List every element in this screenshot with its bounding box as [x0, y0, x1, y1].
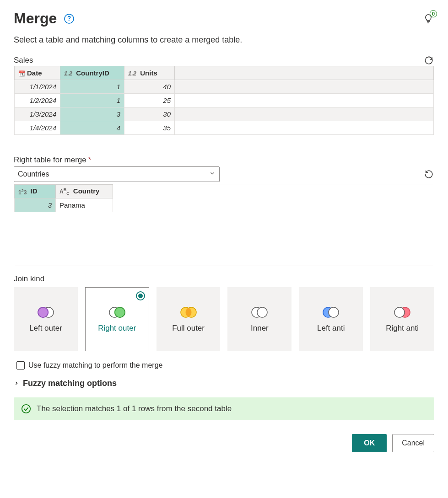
- table-row[interactable]: 1/1/2024140: [15, 80, 434, 94]
- cell-units: 30: [124, 107, 175, 121]
- text-type-icon: ABC: [59, 187, 70, 196]
- right-table-select[interactable]: Countries: [14, 166, 220, 182]
- cell-date: 1/2/2024: [15, 94, 60, 107]
- cell-countryid: 3: [60, 107, 124, 121]
- venn-right-outer-icon: [107, 305, 127, 319]
- fuzzy-checkbox-label: Use fuzzy matching to perform the merge: [28, 361, 162, 369]
- venn-full-outer-icon: [178, 305, 199, 319]
- cell-countryid: 4: [60, 121, 124, 135]
- match-status-bar: The selection matches 1 of 1 rows from t…: [14, 397, 434, 420]
- join-right-anti-label: Right anti: [386, 324, 419, 333]
- join-right-outer-label: Right outer: [98, 324, 136, 333]
- fuzzy-options-label: Fuzzy matching options: [23, 379, 117, 388]
- required-asterisk: *: [88, 155, 92, 165]
- table-row[interactable]: 1/2/2024125: [15, 94, 434, 107]
- join-left-outer[interactable]: Left outer: [14, 287, 78, 351]
- cell-empty: [175, 121, 434, 135]
- calendar-icon: 📆: [18, 70, 25, 77]
- cell-countryid: 1: [60, 80, 124, 94]
- join-right-outer[interactable]: Right outer: [85, 287, 149, 351]
- cell-empty: [175, 80, 434, 94]
- right-table-label: Right table for merge: [14, 155, 86, 165]
- right-col-id[interactable]: 123 ID: [15, 185, 56, 198]
- right-col-country[interactable]: ABC Country: [56, 185, 113, 198]
- fuzzy-checkbox[interactable]: [16, 361, 25, 369]
- decimal-icon: 1.2: [128, 70, 136, 77]
- venn-right-anti-icon: [392, 305, 412, 319]
- sales-col-countryid[interactable]: 1.2 CountryID: [60, 66, 124, 80]
- join-left-anti-label: Left anti: [317, 324, 345, 333]
- svg-point-16: [22, 405, 30, 413]
- table-row[interactable]: 1/3/2024330: [15, 107, 434, 121]
- join-right-anti[interactable]: Right anti: [370, 287, 434, 351]
- cancel-button[interactable]: Cancel: [392, 434, 434, 452]
- dialog-subtitle: Select a table and matching columns to c…: [14, 35, 434, 45]
- svg-point-13: [329, 307, 339, 317]
- cell-date: 1/3/2024: [15, 107, 60, 121]
- cell-date: 1/4/2024: [15, 121, 60, 135]
- venn-inner-icon: [249, 305, 270, 319]
- join-inner[interactable]: Inner: [227, 287, 291, 351]
- chevron-down-icon: [209, 170, 216, 178]
- radio-selected-icon: [136, 291, 145, 300]
- sales-col-units[interactable]: 1.2 Units: [124, 66, 175, 80]
- cell-id: 3: [15, 198, 56, 212]
- join-kind-label: Join kind: [14, 274, 434, 284]
- join-inner-label: Inner: [251, 324, 269, 333]
- right-table-selected-value: Countries: [18, 170, 49, 178]
- cell-empty: [175, 107, 434, 121]
- cell-units: 40: [124, 80, 175, 94]
- table-row[interactable]: 1/4/2024435: [15, 121, 434, 135]
- join-left-outer-label: Left outer: [29, 324, 62, 333]
- join-left-anti[interactable]: Left anti: [299, 287, 363, 351]
- chevron-right-icon: [14, 380, 19, 387]
- svg-text:?: ?: [67, 15, 71, 22]
- whole-number-icon: 123: [18, 188, 27, 196]
- sales-col-date[interactable]: 📆Date: [15, 66, 60, 80]
- cell-countryid: 1: [60, 94, 124, 107]
- venn-left-outer-icon: [36, 305, 56, 319]
- idea-icon[interactable]: 0: [422, 13, 434, 25]
- sales-label: Sales: [14, 56, 33, 65]
- cell-date: 1/1/2024: [15, 80, 60, 94]
- table-row[interactable]: 3Panama: [15, 198, 113, 212]
- svg-point-11: [257, 307, 267, 317]
- venn-left-anti-icon: [321, 305, 341, 319]
- right-table-preview: 123 ID ABC Country 3Panama: [14, 184, 113, 212]
- join-full-outer-label: Full outer: [172, 324, 205, 333]
- cell-empty: [175, 94, 434, 107]
- decimal-icon: 1.2: [64, 70, 72, 77]
- help-icon[interactable]: ?: [63, 13, 75, 25]
- cell-units: 35: [124, 121, 175, 135]
- refresh-sales-icon[interactable]: [423, 55, 434, 66]
- svg-point-15: [394, 307, 405, 317]
- fuzzy-options-expander[interactable]: Fuzzy matching options: [14, 379, 434, 388]
- cell-units: 25: [124, 94, 175, 107]
- join-full-outer[interactable]: Full outer: [157, 287, 221, 351]
- match-status-text: The selection matches 1 of 1 rows from t…: [37, 404, 232, 413]
- ok-button[interactable]: OK: [352, 434, 387, 452]
- dialog-title: Merge: [14, 10, 57, 27]
- refresh-right-table-icon[interactable]: [423, 169, 434, 180]
- idea-count-badge: 0: [430, 10, 437, 17]
- cell-country: Panama: [56, 198, 113, 212]
- check-circle-icon: [21, 404, 31, 414]
- sales-table: 📆Date 1.2 CountryID 1.2 Units 1/1/202414…: [14, 66, 434, 147]
- sales-col-empty: [175, 66, 434, 80]
